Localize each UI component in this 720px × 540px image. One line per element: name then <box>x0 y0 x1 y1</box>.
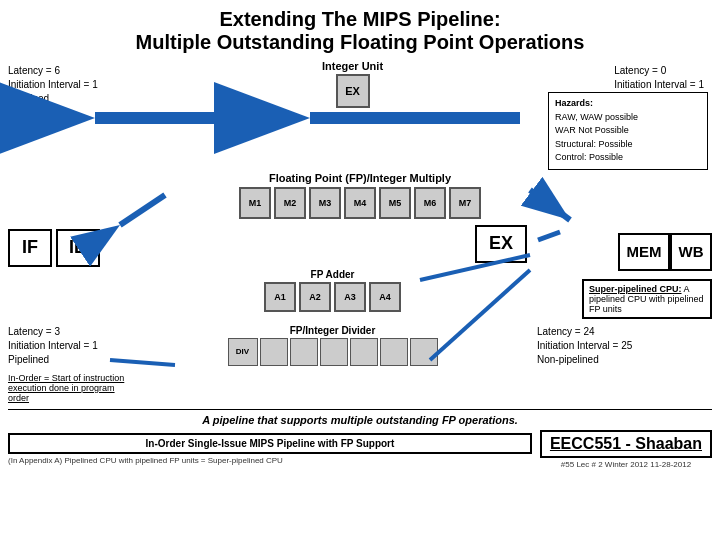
latency-left: Latency = 6 Initiation Interval = 1 Pipe… <box>8 64 128 106</box>
stage-m3: M3 <box>309 187 341 219</box>
fp-multiply-stages: M1 M2 M3 M4 M5 M6 M7 <box>239 187 481 219</box>
latency-bl-line1: Latency = 3 <box>8 325 128 339</box>
div-box2 <box>290 338 318 366</box>
mem-box: MEM <box>618 233 670 271</box>
hazards-line3: WAR Not Possible <box>555 124 701 138</box>
fp-divider-row: DIV <box>228 338 438 366</box>
lower-right: Latency = 24 Initiation Interval = 25 No… <box>537 321 712 367</box>
latency-br-line1: Latency = 24 <box>537 325 712 339</box>
hazards-line4: Structural: Possible <box>555 138 701 152</box>
latency-left-line2: Initiation Interval = 1 <box>8 78 128 92</box>
div-box1 <box>260 338 288 366</box>
appendix-text: (In Appendix A) Pipelined CPU with pipel… <box>8 456 532 465</box>
middle-right: MEM WB Super-pipelined CPU: A pipelined … <box>537 225 712 319</box>
upper-area: Latency = 6 Initiation Interval = 1 Pipe… <box>8 60 712 170</box>
latency-right: Latency = 0 Initiation Interval = 1 <box>614 64 704 92</box>
lower-left: Latency = 3 Initiation Interval = 1 Pipe… <box>8 321 128 403</box>
upper-right: Latency = 0 Initiation Interval = 1 Haza… <box>537 60 712 170</box>
div-box4 <box>350 338 378 366</box>
hazards-box: Hazards: RAW, WAW possible WAR Not Possi… <box>548 92 708 170</box>
hazards-line5: Control: Possible <box>555 151 701 165</box>
bottom-pipeline-text: A pipeline that supports multiple outsta… <box>8 414 712 426</box>
lower-area: Latency = 3 Initiation Interval = 1 Pipe… <box>8 321 712 403</box>
div-box6 <box>410 338 438 366</box>
title-line1: Extending The MIPS Pipeline: <box>8 8 712 31</box>
stage-m2: M2 <box>274 187 306 219</box>
latency-bl-line3: Pipelined <box>8 353 128 367</box>
slide-num: #55 Lec # 2 Winter 2012 11-28-2012 <box>561 460 691 469</box>
integer-unit-label: Integer Unit <box>322 60 383 72</box>
title-line2: Multiple Outstanding Floating Point Oper… <box>8 31 712 54</box>
fp-divider-label: FP/Integer Divider <box>290 325 376 336</box>
mem-wb-row: MEM WB <box>618 233 712 271</box>
middle-center: EX FP Adder A1 A2 A3 A4 <box>128 225 537 312</box>
ex-large-wrapper: EX <box>128 225 537 263</box>
latency-left-line3: Pipelined <box>8 92 128 106</box>
middle-left: IF ID <box>8 225 128 267</box>
bottom-right-col: EECC551 - Shaaban #55 Lec # 2 Winter 201… <box>540 430 712 469</box>
fp-adder-label: FP Adder <box>311 269 355 280</box>
ex-large-box: EX <box>475 225 527 263</box>
fp-multiply-label: Floating Point (FP)/Integer Multiply <box>8 172 712 184</box>
eecc-box: EECC551 - Shaaban <box>540 430 712 458</box>
adder-a2: A2 <box>299 282 331 312</box>
lower-center: FP/Integer Divider DIV <box>128 321 537 366</box>
div-box3 <box>320 338 348 366</box>
inorder-def: In-Order = Start of instruction executio… <box>8 373 128 403</box>
div-label-box: DIV <box>228 338 258 366</box>
bottom-row: In-Order Single-Issue MIPS Pipeline with… <box>8 430 712 469</box>
latency-right-line2: Initiation Interval = 1 <box>614 78 704 92</box>
ex-box: EX <box>336 74 370 108</box>
latency-bl-line2: Initiation Interval = 1 <box>8 339 128 353</box>
adder-a3: A3 <box>334 282 366 312</box>
fp-adder-row: A1 A2 A3 A4 <box>264 282 401 312</box>
latency-left-line1: Latency = 6 <box>8 64 128 78</box>
hazards-line2: RAW, WAW possible <box>555 111 701 125</box>
integer-unit-section: Integer Unit EX <box>322 60 383 108</box>
super-pipelined-box: Super-pipelined CPU: A pipelined CPU wit… <box>582 279 712 319</box>
latency-right-line1: Latency = 0 <box>614 64 704 78</box>
bottom-left-col: In-Order Single-Issue MIPS Pipeline with… <box>8 433 532 465</box>
id-box: ID <box>56 229 100 267</box>
adder-a4: A4 <box>369 282 401 312</box>
wb-box: WB <box>670 233 712 271</box>
upper-center: Integer Unit EX <box>128 60 537 170</box>
latency-bottom-left: Latency = 3 Initiation Interval = 1 Pipe… <box>8 325 128 367</box>
stage-m4: M4 <box>344 187 376 219</box>
upper-left: Latency = 6 Initiation Interval = 1 Pipe… <box>8 60 128 170</box>
fp-multiply-label-wrapper: Floating Point (FP)/Integer Multiply <box>8 172 712 184</box>
inorder-box: In-Order Single-Issue MIPS Pipeline with… <box>8 433 532 454</box>
adder-a1: A1 <box>264 282 296 312</box>
stage-m7: M7 <box>449 187 481 219</box>
hazards-title: Hazards: <box>555 97 701 111</box>
latency-br-line2: Initiation Interval = 25 <box>537 339 712 353</box>
bottom-section: A pipeline that supports multiple outsta… <box>8 409 712 469</box>
if-box: IF <box>8 229 52 267</box>
stage-m1: M1 <box>239 187 271 219</box>
div-box5 <box>380 338 408 366</box>
middle-area: IF ID EX FP Adder A1 A2 A3 A4 MEM W <box>8 225 712 319</box>
stage-m5: M5 <box>379 187 411 219</box>
fp-divider-section: FP/Integer Divider DIV <box>228 325 438 366</box>
latency-bottom-right: Latency = 24 Initiation Interval = 25 No… <box>537 325 712 367</box>
super-pipelined-title: Super-pipelined CPU: <box>589 284 682 294</box>
stage-m6: M6 <box>414 187 446 219</box>
title-section: Extending The MIPS Pipeline: Multiple Ou… <box>8 8 712 54</box>
inorder-def-text: In-Order = Start of instruction executio… <box>8 373 128 403</box>
fp-multiply-row: M1 M2 M3 M4 M5 M6 M7 <box>8 187 712 221</box>
fp-adder-section: FP Adder A1 A2 A3 A4 <box>264 269 401 312</box>
latency-br-line3: Non-pipelined <box>537 353 712 367</box>
